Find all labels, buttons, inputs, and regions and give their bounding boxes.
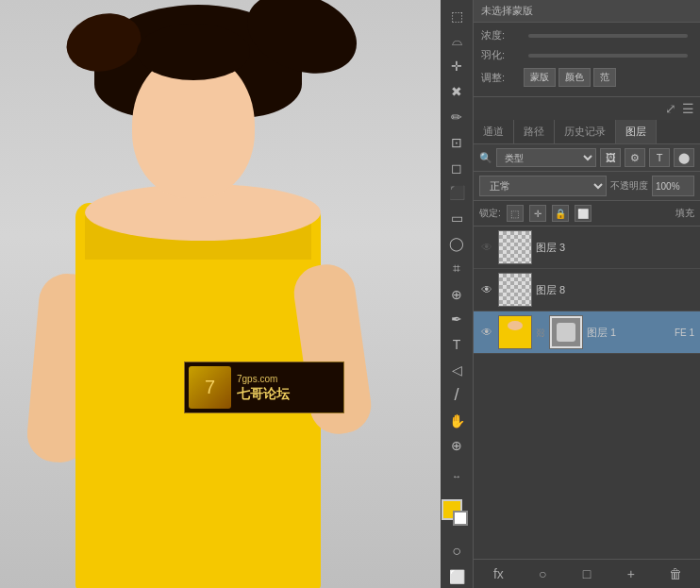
lock-position-btn[interactable]: ✛ <box>529 205 546 222</box>
adjust-label: 调整: <box>481 71 524 85</box>
watermark-text-block: 7gps.com 七哥论坛 <box>237 373 290 403</box>
opacity-label: 不透明度 <box>610 179 648 193</box>
ellipse-tool[interactable]: ◯ <box>443 232 470 255</box>
tab-bar: 通道 路径 历史记录 图层 <box>474 120 700 144</box>
switch-colors-icon[interactable]: ↔ <box>443 462 470 489</box>
stamp-tool[interactable]: ⊡ <box>443 131 470 154</box>
delete-layer-btn[interactable]: 🗑 <box>656 563 694 584</box>
rect-select-tool[interactable]: ▭ <box>443 207 470 229</box>
expand-icon[interactable]: ⤢ <box>665 101 676 116</box>
selection-title: 未选择蒙版 <box>481 4 533 18</box>
layer-item[interactable]: 👁 图层 3 <box>474 227 700 269</box>
eyedropper-tool[interactable]: ✒ <box>443 309 470 331</box>
crosshair-tool[interactable]: ✖ <box>443 80 470 103</box>
canvas-image: 7 7gps.com 七哥论坛 <box>0 0 441 588</box>
density-row: 浓度: <box>481 28 692 42</box>
path-tool[interactable]: ◁ <box>443 359 470 381</box>
layer-thumbnail <box>498 230 532 264</box>
layer-thumbnail <box>498 273 532 307</box>
color-switch-area: ↔ <box>443 462 470 489</box>
zoom2-tool[interactable]: ⊕ <box>443 435 470 458</box>
color-swatches[interactable] <box>442 499 472 525</box>
filter-icon: 🔍 <box>479 152 492 164</box>
lasso-tool[interactable]: ⌓ <box>443 30 470 53</box>
new-group-btn[interactable]: □ <box>568 563 607 584</box>
watermark-chinese: 七哥论坛 <box>237 386 290 403</box>
lock-bar: 锁定: ⬚ ✛ 🔒 ⬜ 填充 <box>474 201 700 227</box>
quick-mask-btn[interactable]: ⬜ <box>443 565 470 588</box>
opacity-input[interactable] <box>652 176 694 196</box>
filter-btn3[interactable]: T <box>649 148 670 167</box>
density-label: 浓度: <box>481 28 524 42</box>
layers-list: 👁 图层 3 👁 图层 8 👁 <box>474 227 700 559</box>
tab-history[interactable]: 历史记录 <box>555 120 616 143</box>
watermark-number: 7 <box>205 377 215 398</box>
mask-mode-btn[interactable]: ○ <box>443 541 470 563</box>
watermark-site: 7gps.com <box>237 373 290 386</box>
transform-tool[interactable]: ✛ <box>443 56 470 78</box>
layer-name: 图层 3 <box>536 241 694 255</box>
hand-tool[interactable]: ✋ <box>443 410 470 432</box>
new-layer-btn[interactable]: + <box>611 563 650 584</box>
layer-name: 图层 8 <box>536 283 694 297</box>
background-color[interactable] <box>453 511 468 526</box>
lock-pixels-btn[interactable]: ⬚ <box>507 205 524 222</box>
properties-section: 浓度: 羽化: 调整: 蒙版 颜色 范 <box>474 23 700 97</box>
marquee-tool[interactable]: ⬚ <box>443 5 470 27</box>
feather-row: 羽化: <box>481 48 692 62</box>
canvas-area: 7 7gps.com 七哥论坛 <box>0 0 441 588</box>
svg-rect-3 <box>557 323 575 342</box>
eraser-tool[interactable]: ◻ <box>443 157 470 179</box>
layer-thumbnail <box>498 315 532 349</box>
lock-art-btn[interactable]: ⬜ <box>575 205 592 222</box>
zoom-tool[interactable]: ⊕ <box>443 283 470 306</box>
adjust-btn-range[interactable]: 范 <box>593 68 616 87</box>
tab-channels[interactable]: 通道 <box>474 120 514 143</box>
crop-tool[interactable]: ⌗ <box>443 258 470 280</box>
layer-visibility-icon[interactable]: 👁 <box>479 325 494 340</box>
blend-mode-select[interactable]: 正常 溶解 变暗 <box>479 176 607 196</box>
panel-expand-bar: ⤢ ☰ <box>474 97 700 120</box>
tab-layers[interactable]: 图层 <box>616 120 657 143</box>
layer-mask-thumbnail <box>549 315 583 349</box>
layer-name: 图层 1 <box>587 326 671 340</box>
watermark-icon: 7 <box>189 366 231 409</box>
filter-btn2[interactable]: ⚙ <box>625 148 645 167</box>
foreground-color[interactable] <box>442 499 462 520</box>
add-style-btn[interactable]: fx <box>479 563 518 584</box>
selection-header: 未选择蒙版 <box>474 0 700 23</box>
adjust-btn-mask[interactable]: 蒙版 <box>524 68 556 87</box>
layer-visibility-icon[interactable]: 👁 <box>479 240 494 255</box>
filter-bar: 🔍 类型 名称 效果 模式 🖼 ⚙ T ⬤ <box>474 144 700 172</box>
feather-slider[interactable] <box>528 54 688 58</box>
panel-menu-icon[interactable]: ☰ <box>682 101 694 116</box>
lock-label: 锁定: <box>479 207 501 220</box>
filter-btn1[interactable]: 🖼 <box>600 148 621 167</box>
fill-label: 填充 <box>675 207 694 220</box>
adjust-row: 调整: 蒙版 颜色 范 <box>481 68 692 87</box>
layers-bottom: fx ○ □ + 🗑 <box>474 559 700 588</box>
lock-all-btn[interactable]: 🔒 <box>552 205 569 222</box>
text-tool[interactable]: T <box>443 333 470 356</box>
fe1-badge: FE 1 <box>675 328 694 338</box>
add-mask-btn[interactable]: ○ <box>524 563 562 584</box>
layer-item[interactable]: 👁 图层 8 <box>474 269 700 311</box>
filter-btn4[interactable]: ⬤ <box>674 148 694 167</box>
feather-label: 羽化: <box>481 48 524 62</box>
density-slider[interactable] <box>528 34 688 38</box>
tools-panel: ⬚ ⌓ ✛ ✖ ✏ ⊡ ◻ ⬛ ▭ ◯ ⌗ ⊕ ✒ T ◁ / ✋ ⊕ ↔ ○ … <box>441 0 474 588</box>
fill-tool[interactable]: ⬛ <box>443 182 470 205</box>
pen-tool[interactable]: / <box>443 384 470 407</box>
tab-paths[interactable]: 路径 <box>514 120 555 143</box>
filter-type-select[interactable]: 类型 名称 效果 模式 <box>496 148 596 167</box>
layer-visibility-icon[interactable]: 👁 <box>479 282 494 297</box>
adjust-btn-color[interactable]: 颜色 <box>558 68 591 87</box>
layer-item[interactable]: 👁 ⛓ 图层 1 FE 1 <box>474 311 700 354</box>
brush-tool[interactable]: ✏ <box>443 106 470 128</box>
woman-figure <box>19 0 415 588</box>
svg-point-1 <box>508 321 523 330</box>
watermark: 7 7gps.com 七哥论坛 <box>184 361 344 413</box>
right-panel: 未选择蒙版 浓度: 羽化: 调整: 蒙版 颜色 范 ⤢ ☰ 通道 路径 历史记录… <box>474 0 700 588</box>
chain-icon: ⛓ <box>536 328 545 338</box>
face <box>132 52 255 198</box>
